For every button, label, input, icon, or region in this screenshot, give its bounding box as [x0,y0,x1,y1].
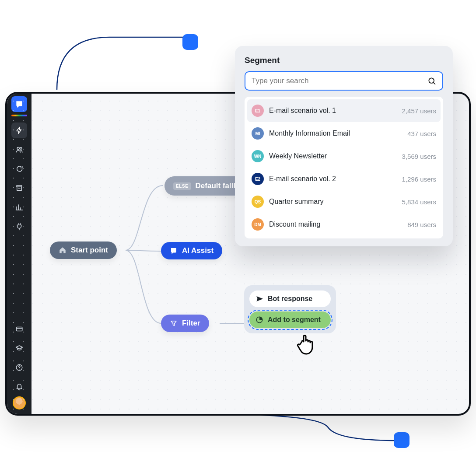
segment-name: Monthly Information Email [269,130,402,137]
send-icon [256,295,263,303]
segment-badge: WN [252,150,264,162]
segment-title: Segment [245,56,443,65]
segment-badge: QS [252,196,264,208]
chart-icon [15,203,23,211]
chat-bubble-icon [170,247,178,255]
segment-count: 2,457 users [402,107,436,115]
node-start[interactable]: Start point [50,242,117,259]
segment-count: 1,296 users [402,175,436,183]
segment-badge: DM [252,218,264,231]
home-icon [59,246,66,254]
segment-name: E-mail scenario vol. 1 [269,107,397,115]
svg-point-1 [20,147,22,149]
segment-name: Weekly Newsletter [269,152,397,160]
segment-count: 849 users [407,221,436,228]
segment-badge: E1 [252,105,264,117]
decorative-connector-bottom [214,414,402,454]
filter-icon [170,319,178,327]
sidebar-item-billing[interactable] [11,321,27,337]
decorative-dot-bottom [394,432,410,448]
sidebar-item-integrations[interactable] [11,219,27,234]
grad-icon [15,344,23,352]
filter-actions-popover: Bot response Add to segment [244,285,336,333]
svg-rect-2 [16,327,22,331]
help-icon [15,364,23,371]
segment-badge: MI [252,127,264,140]
segment-search[interactable] [245,71,443,91]
chat-icon [15,165,23,173]
plug-icon [15,223,23,231]
segment-count: 437 users [407,130,436,137]
sidebar-item-chart[interactable] [11,200,27,215]
segment-list: E1E-mail scenario vol. 12,457 usersMIMon… [245,97,443,238]
brand-stripe [11,115,27,116]
connectors [32,94,163,159]
segment-panel: Segment E1E-mail scenario vol. 12,457 us… [235,46,453,246]
sidebar-item-learn[interactable] [11,340,27,356]
action-bot-response[interactable]: Bot response [249,290,331,307]
segment-count: 3,569 users [402,153,436,160]
sidebar-item-help[interactable] [11,360,27,375]
segment-badge: E2 [252,173,264,185]
bolt-icon [15,126,23,134]
segment-name: Discount mailing [269,220,402,228]
node-filter-label: Filter [182,319,200,328]
segment-count: 5,834 users [402,198,436,206]
segment-row[interactable]: QSQuarter summary5,834 users [247,190,441,213]
search-icon [427,77,436,85]
sidebar [7,94,32,414]
bell-icon [15,383,23,391]
action-add-to-segment[interactable]: Add to segment [249,312,331,328]
svg-point-0 [17,147,19,149]
bot-response-label: Bot response [268,295,312,303]
decorative-connector-top [57,37,188,90]
segment-row[interactable]: DMDiscount mailing849 users [247,213,441,236]
node-ai-assist[interactable]: AI Assist [161,242,222,259]
sidebar-item-users[interactable] [11,142,27,158]
pie-icon [256,316,263,324]
decorative-dot-top [182,34,198,50]
node-filter[interactable]: Filter [161,315,209,332]
sidebar-item-bolt[interactable] [11,122,27,138]
else-tag: ELSE [173,182,191,190]
sidebar-item-notifications[interactable] [11,379,27,395]
cursor-hand-icon [293,329,321,358]
sidebar-item-archive[interactable] [11,180,27,196]
archive-icon [15,184,23,192]
segment-name: E-mail scenario vol. 2 [269,175,397,183]
node-ai-label: AI Assist [182,246,214,255]
segment-row[interactable]: E1E-mail scenario vol. 12,457 users [247,99,441,122]
search-input[interactable] [252,77,427,85]
card-icon [15,325,23,333]
segment-name: Quarter summary [269,198,397,206]
node-start-label: Start point [71,246,108,255]
segment-row[interactable]: MIMonthly Information Email437 users [247,122,441,145]
sidebar-item-chat[interactable] [11,161,27,177]
add-to-segment-label: Add to segment [268,316,321,324]
segment-row[interactable]: WNWeekly Newsletter3,569 users [247,145,441,168]
app-logo[interactable] [11,96,27,112]
avatar[interactable] [13,396,26,410]
users-icon [15,146,23,154]
segment-row[interactable]: E2E-mail scenario vol. 21,296 users [247,168,441,190]
